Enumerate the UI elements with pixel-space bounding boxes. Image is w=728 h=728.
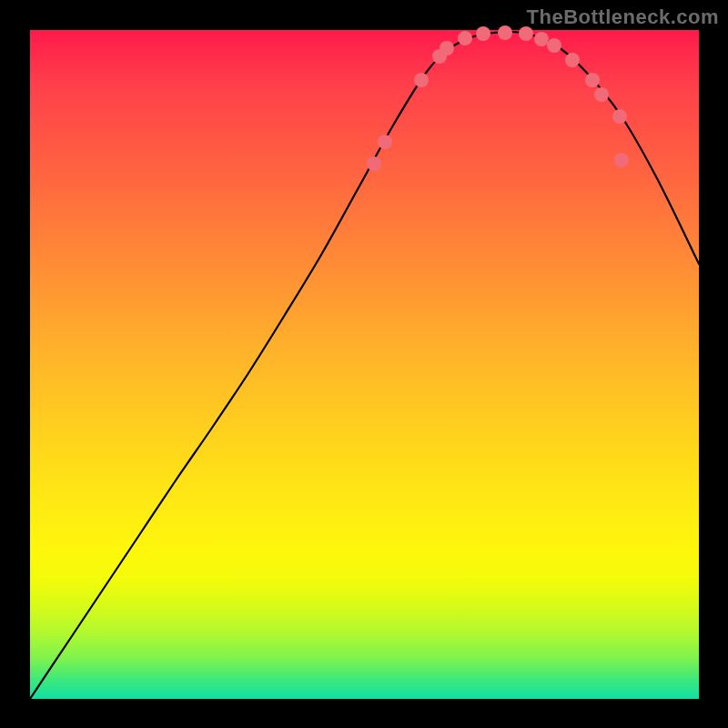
marker-dot	[440, 41, 454, 56]
marker-dot	[367, 157, 381, 171]
marker-dot	[458, 31, 472, 46]
marker-dot	[547, 38, 561, 53]
bottleneck-curve	[30, 32, 699, 699]
curve-layer	[30, 30, 699, 699]
marker-dot	[476, 26, 490, 41]
chart-frame: TheBottleneck.com	[0, 0, 728, 728]
marker-dot	[614, 153, 629, 167]
curve-markers	[367, 25, 629, 171]
marker-dot	[414, 73, 429, 87]
marker-dot	[585, 73, 600, 87]
marker-dot	[612, 109, 627, 124]
watermark-text: TheBottleneck.com	[527, 5, 719, 29]
marker-dot	[594, 87, 609, 102]
marker-dot	[565, 53, 580, 67]
marker-dot	[498, 25, 512, 40]
marker-dot	[534, 32, 549, 46]
marker-dot	[378, 135, 392, 149]
